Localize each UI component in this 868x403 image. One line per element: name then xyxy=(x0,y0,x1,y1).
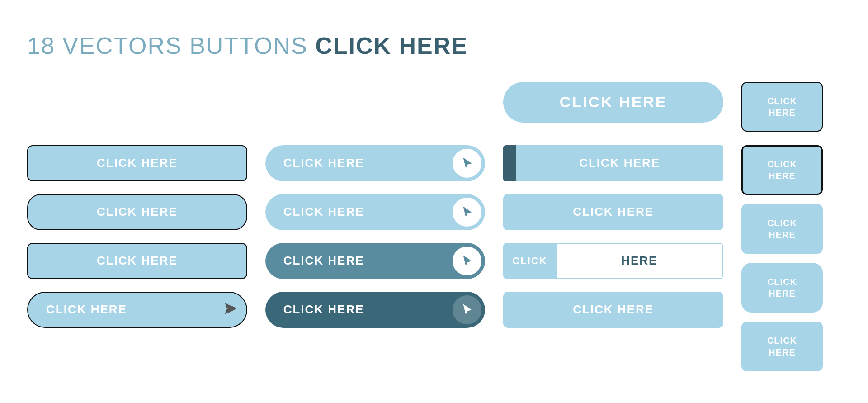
btn-c2-2-label: CLICK HERE xyxy=(283,205,364,219)
column-2-pill-cursor: CLICK HERE CLICK HERE CLICK HERE xyxy=(265,145,486,328)
cursor-circle-icon-2 xyxy=(453,198,481,227)
btn-c1-3-rounded-rect[interactable]: CLICK HERE xyxy=(27,243,247,279)
column-3-varied: CLICK HERE CLICK HERE CLICK HERE CLICK H… xyxy=(503,145,723,328)
page-title: 18 VECTORS BUTTONS CLICK HERE xyxy=(27,32,841,59)
cursor-circle-icon-3 xyxy=(453,247,481,275)
cursor-circle-icon-4 xyxy=(453,295,481,324)
btn-c3-left-bar[interactable]: CLICK HERE xyxy=(503,145,723,181)
cursor-circle-icon xyxy=(453,149,481,178)
btn-c1-4-pill-cursor[interactable]: CLICK HERE ⮞ xyxy=(27,292,247,328)
btn-c2-4-darker[interactable]: CLICK HERE xyxy=(265,292,486,328)
title-regular: 18 VECTORS BUTTONS xyxy=(27,33,315,59)
btn-c3-plain-1[interactable]: CLICK HERE xyxy=(503,194,723,230)
btn-c2-1-label: CLICK HERE xyxy=(283,156,364,170)
btn-c2-3-dark[interactable]: CLICK HERE xyxy=(265,243,486,279)
btn-c4-5-rect[interactable]: CLICKHERE xyxy=(741,322,823,371)
btn-c4-1[interactable]: CLICKHERE xyxy=(741,82,823,132)
btn-c3-split[interactable]: CLICK HERE xyxy=(503,243,723,279)
btn-c4-3-plain[interactable]: CLICKHERE xyxy=(741,204,823,254)
title-bold: CLICK HERE xyxy=(315,33,468,59)
main-grid: CLICK HERE CLICK HERE CLICK HERE CLICK H… xyxy=(27,145,841,371)
btn-c4-2-outlined[interactable]: CLICKHERE xyxy=(741,145,823,195)
btn-c1-1-rounded-sm[interactable]: CLICK HERE xyxy=(27,145,247,181)
cursor-arrow-icon: ⮞ xyxy=(224,302,237,317)
btn-c2-2-light[interactable]: CLICK HERE xyxy=(265,194,486,230)
btn-c2-3-label: CLICK HERE xyxy=(283,254,364,268)
btn-c4-4-pill[interactable]: CLICKHERE xyxy=(741,263,823,313)
btn-c2-1-light[interactable]: CLICK HERE xyxy=(265,145,486,181)
btn-c1-4-label: CLICK HERE xyxy=(46,303,127,317)
page-wrapper: 18 VECTORS BUTTONS CLICK HERE CLICK HERE… xyxy=(27,32,841,371)
left-bar-accent xyxy=(503,145,516,181)
column-4-small-square: CLICKHERE CLICKHERE CLICKHERE CLICKHERE xyxy=(741,145,841,371)
btn-wide-pill-top[interactable]: CLICK HERE xyxy=(503,82,723,123)
split-left-label: CLICK xyxy=(503,243,556,279)
btn-c2-4-label: CLICK HERE xyxy=(283,303,364,317)
btn-c1-2-rounded-md[interactable]: CLICK HERE xyxy=(27,194,247,230)
column-1-outlined: CLICK HERE CLICK HERE CLICK HERE CLICK H… xyxy=(27,145,247,328)
split-right-label: HERE xyxy=(557,243,723,279)
btn-c3-leftbar-label: CLICK HERE xyxy=(516,156,723,170)
btn-c3-plain-2[interactable]: CLICK HERE xyxy=(503,292,723,328)
